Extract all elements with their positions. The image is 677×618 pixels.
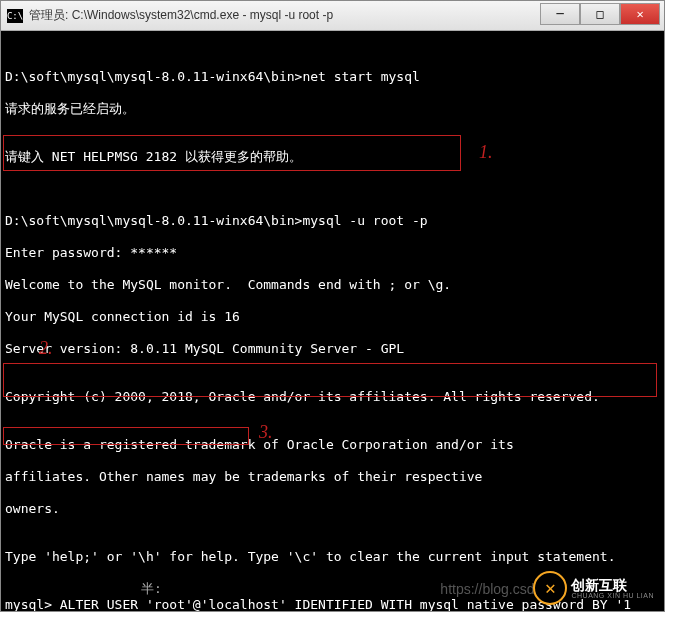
terminal-line: owners. xyxy=(5,501,660,517)
terminal-line: Copyright (c) 2000, 2018, Oracle and/or … xyxy=(5,389,660,405)
terminal-line: Welcome to the MySQL monitor. Commands e… xyxy=(5,277,660,293)
maximize-button[interactable]: □ xyxy=(580,3,620,25)
titlebar[interactable]: C:\ 管理员: C:\Windows\system32\cmd.exe - m… xyxy=(1,1,664,31)
terminal-line: Oracle is a registered trademark of Orac… xyxy=(5,437,660,453)
terminal-line: Server version: 8.0.11 MySQL Community S… xyxy=(5,341,660,357)
logo-en: CHUANG XIN HU LIAN xyxy=(571,592,654,599)
close-button[interactable]: ✕ xyxy=(620,3,660,25)
logo-text: 创新互联 CHUANG XIN HU LIAN xyxy=(571,578,654,599)
logo-cn: 创新互联 xyxy=(571,578,654,592)
cmd-icon: C:\ xyxy=(7,9,23,23)
minimize-button[interactable]: ─ xyxy=(540,3,580,25)
watermark-text: 半: xyxy=(141,581,162,597)
cmd-window: C:\ 管理员: C:\Windows\system32\cmd.exe - m… xyxy=(0,0,665,612)
terminal-line: 请求的服务已经启动。 xyxy=(5,101,660,117)
terminal-line: D:\soft\mysql\mysql-8.0.11-winx64\bin>my… xyxy=(5,213,660,229)
terminal-line: Your MySQL connection id is 16 xyxy=(5,309,660,325)
terminal-line: D:\soft\mysql\mysql-8.0.11-winx64\bin>ne… xyxy=(5,69,660,85)
terminal-line: Type 'help;' or '\h' for help. Type '\c'… xyxy=(5,549,660,565)
window-title: 管理员: C:\Windows\system32\cmd.exe - mysql… xyxy=(29,7,333,24)
window-controls: ─ □ ✕ xyxy=(540,3,660,25)
logo-icon: ✕ xyxy=(533,571,567,605)
terminal-line: affiliates. Other names may be trademark… xyxy=(5,469,660,485)
terminal-line: 请键入 NET HELPMSG 2182 以获得更多的帮助。 xyxy=(5,149,660,165)
terminal-line: Enter password: ****** xyxy=(5,245,660,261)
brand-logo: ✕ 创新互联 CHUANG XIN HU LIAN xyxy=(533,571,654,605)
terminal-body[interactable]: D:\soft\mysql\mysql-8.0.11-winx64\bin>ne… xyxy=(1,31,664,611)
